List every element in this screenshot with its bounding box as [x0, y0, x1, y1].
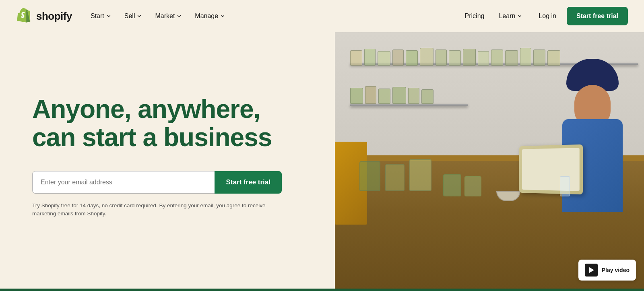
kitchen-bg: Play video — [335, 32, 644, 289]
jar-9 — [463, 49, 476, 66]
middle-shelf-jars — [350, 71, 468, 104]
jar-12 — [505, 50, 518, 66]
jar-10 — [478, 51, 489, 66]
tbjar-1 — [359, 161, 380, 191]
jar-11 — [491, 50, 503, 66]
nav-item-sell[interactable]: Sell — [119, 9, 148, 23]
navbar-left: shopify Start Sell Market — [16, 8, 231, 25]
play-video-button[interactable]: Play video — [578, 260, 636, 281]
nav-item-learn[interactable]: Learn — [493, 9, 528, 23]
table-jars — [359, 159, 431, 191]
play-icon — [585, 264, 598, 277]
glass — [560, 176, 570, 196]
nav-pricing-link[interactable]: Pricing — [459, 9, 490, 23]
jar-3 — [378, 51, 390, 66]
nav-item-manage[interactable]: Manage — [189, 9, 231, 23]
hero-heading-line2: can start a business — [32, 123, 272, 152]
jar-1 — [350, 50, 362, 66]
mjar-5 — [408, 88, 419, 104]
hero-cta-button[interactable]: Start free trial — [215, 171, 282, 194]
jar-15 — [547, 50, 560, 66]
nav-links: Start Sell Market Manage — [85, 9, 231, 23]
jar-7 — [436, 50, 447, 66]
nav-login-link[interactable]: Log in — [531, 9, 564, 23]
email-form: Start free trial — [32, 171, 282, 194]
shopify-logo-icon — [16, 8, 33, 25]
nav-item-start[interactable]: Start — [85, 9, 117, 23]
hero-heading-line1: Anyone, anywhere, — [32, 95, 260, 124]
nav-label-learn: Learn — [499, 12, 515, 20]
tbjar-3 — [409, 159, 431, 191]
nav-label-sell: Sell — [124, 12, 135, 20]
jar-13 — [520, 48, 531, 66]
center-table-items — [443, 174, 481, 196]
tbjar-2 — [385, 164, 405, 191]
chevron-down-icon-start — [106, 13, 111, 19]
laptop-screen — [522, 148, 580, 192]
hero-image: Play video — [335, 32, 644, 289]
laptop — [519, 144, 583, 195]
jar-5 — [406, 50, 418, 66]
nav-label-start: Start — [91, 12, 104, 20]
brand-name: shopify — [36, 10, 72, 23]
stage-jar-2 — [464, 176, 481, 196]
bottom-bar — [0, 289, 644, 291]
chevron-down-icon-learn — [517, 13, 522, 19]
mjar-4 — [392, 87, 406, 104]
play-video-label: Play video — [602, 267, 630, 273]
main-content: Anyone, anywhere, can start a business S… — [0, 32, 644, 289]
disclaimer-text: Try Shopify free for 14 days, no credit … — [32, 202, 266, 218]
jar-4 — [392, 50, 404, 66]
jar-14 — [533, 50, 545, 66]
nav-label-manage: Manage — [195, 12, 218, 20]
navbar-right: Pricing Learn Log in Start free trial — [459, 7, 628, 25]
nav-item-market[interactable]: Market — [149, 9, 188, 23]
mjar-1 — [350, 88, 363, 104]
hero-section: Anyone, anywhere, can start a business S… — [0, 32, 335, 289]
jar-6 — [420, 48, 433, 66]
chevron-down-icon-sell — [136, 13, 142, 19]
shelf-middle — [350, 104, 468, 106]
email-input[interactable] — [32, 171, 215, 194]
chevron-down-icon-market — [176, 13, 182, 19]
mjar-6 — [421, 89, 433, 104]
nav-label-market: Market — [155, 12, 175, 20]
stage-jar-1 — [443, 174, 461, 196]
navbar: shopify Start Sell Market — [0, 0, 644, 32]
mjar-2 — [365, 86, 376, 104]
jar-2 — [364, 49, 376, 66]
nav-cta-button[interactable]: Start free trial — [567, 7, 628, 25]
hero-heading: Anyone, anywhere, can start a business — [32, 95, 311, 152]
jar-8 — [449, 50, 461, 66]
mjar-3 — [378, 89, 390, 104]
logo[interactable]: shopify — [16, 8, 72, 25]
play-triangle-icon — [589, 267, 594, 273]
chevron-down-icon-manage — [220, 13, 225, 19]
